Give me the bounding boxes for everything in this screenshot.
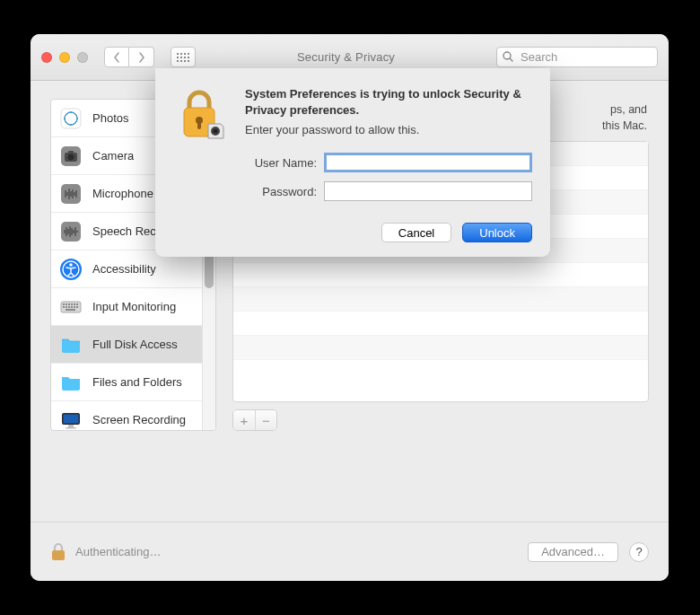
password-label: Password: xyxy=(245,185,317,198)
search-field[interactable] xyxy=(496,47,658,67)
svg-rect-48 xyxy=(68,303,70,305)
svg-rect-22 xyxy=(68,151,74,154)
show-all-button[interactable] xyxy=(171,47,196,67)
sidebar-item-screen-recording[interactable]: Screen Recording xyxy=(51,401,202,430)
svg-rect-6 xyxy=(184,57,186,58)
sidebar-item-files-folders[interactable]: Files and Folders xyxy=(51,364,202,401)
sidebar-item-label: Photos xyxy=(92,111,128,125)
back-button[interactable] xyxy=(104,47,129,67)
svg-rect-61 xyxy=(68,425,74,427)
traffic-lights xyxy=(41,52,88,63)
svg-rect-53 xyxy=(66,306,67,308)
search-icon xyxy=(502,50,514,63)
svg-rect-50 xyxy=(74,303,75,305)
sidebar-item-label: Microphone xyxy=(92,187,153,200)
svg-rect-56 xyxy=(74,306,75,308)
zoom-window-button[interactable] xyxy=(77,52,88,63)
nav-back-forward xyxy=(104,47,154,67)
camera-icon xyxy=(58,144,83,169)
username-input[interactable] xyxy=(324,153,532,172)
svg-rect-7 xyxy=(188,57,189,58)
lock-status[interactable]: Authenticating… xyxy=(50,542,161,562)
add-remove-controls: + − xyxy=(232,409,649,431)
sidebar-item-label: Camera xyxy=(92,149,134,163)
grid-icon xyxy=(177,53,189,62)
list-row xyxy=(233,287,648,312)
lock-status-text: Authenticating… xyxy=(75,545,161,558)
folder-icon xyxy=(58,332,83,357)
sidebar-item-full-disk-access[interactable]: Full Disk Access xyxy=(51,326,202,364)
svg-rect-55 xyxy=(71,306,73,308)
username-label: User Name: xyxy=(245,156,317,170)
svg-rect-1 xyxy=(180,53,182,55)
folder-icon xyxy=(58,370,83,395)
password-input[interactable] xyxy=(324,181,532,201)
photos-icon xyxy=(58,106,83,131)
chevron-left-icon xyxy=(113,52,120,63)
svg-point-21 xyxy=(68,154,74,160)
svg-rect-51 xyxy=(76,303,78,305)
add-button[interactable]: + xyxy=(233,410,255,430)
svg-rect-62 xyxy=(66,427,76,429)
svg-rect-4 xyxy=(177,57,179,58)
lock-icon xyxy=(50,542,66,562)
svg-rect-46 xyxy=(63,303,65,305)
dialog-title: System Preferences is trying to unlock S… xyxy=(245,86,532,118)
sidebar-item-label: Input Monitoring xyxy=(92,300,176,313)
microphone-icon xyxy=(58,181,83,206)
svg-rect-0 xyxy=(177,53,179,55)
svg-rect-49 xyxy=(71,303,73,305)
close-window-button[interactable] xyxy=(41,52,52,63)
svg-rect-58 xyxy=(66,309,75,311)
svg-rect-5 xyxy=(180,57,182,58)
accessibility-icon xyxy=(58,257,83,282)
list-row xyxy=(233,312,648,336)
sidebar-item-label: Screen Recording xyxy=(92,413,186,426)
footer: Authenticating… Advanced… ? xyxy=(31,522,669,581)
svg-rect-47 xyxy=(66,303,67,305)
unlock-button[interactable]: Unlock xyxy=(462,223,532,242)
chevron-right-icon xyxy=(138,52,145,63)
lock-dialog-icon xyxy=(173,86,231,144)
auth-dialog: System Preferences is trying to unlock S… xyxy=(155,68,550,257)
advanced-button[interactable]: Advanced… xyxy=(528,542,618,562)
svg-rect-11 xyxy=(188,60,189,62)
svg-rect-63 xyxy=(52,550,65,560)
svg-rect-9 xyxy=(180,60,182,62)
dialog-subtitle: Enter your password to allow this. xyxy=(245,123,532,136)
svg-point-44 xyxy=(69,263,73,267)
cancel-button[interactable]: Cancel xyxy=(381,223,451,242)
svg-rect-33 xyxy=(61,222,81,242)
svg-rect-66 xyxy=(197,122,201,129)
sidebar-item-label: Files and Folders xyxy=(92,375,182,389)
list-row xyxy=(233,263,648,287)
remove-button[interactable]: − xyxy=(255,410,276,430)
svg-rect-10 xyxy=(184,60,186,62)
svg-rect-54 xyxy=(68,306,70,308)
svg-rect-60 xyxy=(64,414,79,423)
svg-rect-8 xyxy=(177,60,179,62)
search-input[interactable] xyxy=(496,47,658,67)
sidebar-item-input-monitoring[interactable]: Input Monitoring xyxy=(51,288,202,326)
sidebar-item-label: Accessibility xyxy=(92,262,156,276)
keyboard-icon xyxy=(58,294,83,320)
svg-rect-3 xyxy=(188,53,189,55)
sidebar-item-label: Full Disk Access xyxy=(92,338,178,351)
svg-rect-2 xyxy=(184,53,186,55)
display-icon xyxy=(58,408,83,431)
svg-rect-57 xyxy=(76,306,78,308)
speech-icon xyxy=(58,219,83,244)
minimize-window-button[interactable] xyxy=(59,52,70,63)
help-button[interactable]: ? xyxy=(629,542,649,562)
svg-rect-52 xyxy=(63,306,65,308)
forward-button[interactable] xyxy=(129,47,154,67)
window-title: Security & Privacy xyxy=(205,50,487,64)
list-row xyxy=(233,336,648,360)
svg-rect-14 xyxy=(61,109,81,128)
svg-line-13 xyxy=(510,58,512,61)
svg-point-68 xyxy=(214,129,218,134)
